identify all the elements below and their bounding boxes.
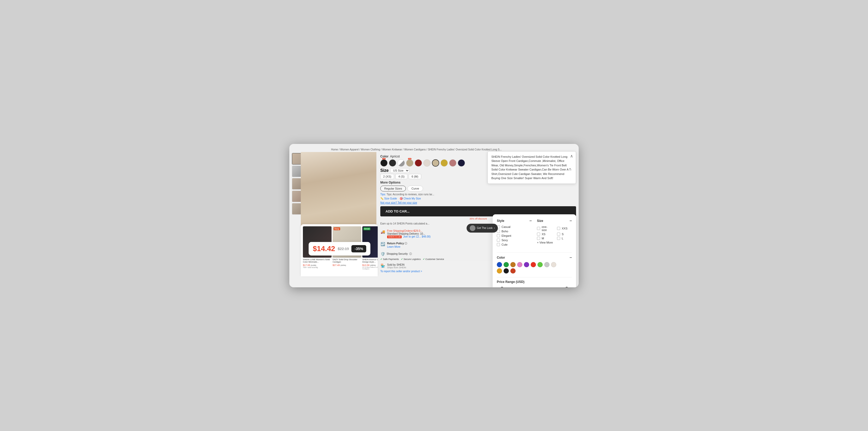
color-filter-dots-2 (497, 268, 572, 274)
rec-badge-3: Great (363, 227, 370, 230)
color-swatch-3[interactable] (398, 159, 405, 166)
color-dot-blue[interactable] (497, 262, 502, 267)
price-range-filter: Price Range (USD) $ 5 $ 1364 (497, 280, 572, 287)
size-unit-select[interactable]: US Size (390, 168, 409, 173)
style-regular-btn[interactable]: Regular Sizes (380, 186, 406, 191)
rec-badge-dazy: Dazy (334, 227, 340, 230)
style-curve-btn[interactable]: Curve (407, 186, 423, 191)
color-dot-burnt[interactable] (510, 268, 516, 274)
thumbnail-1[interactable] (292, 153, 301, 164)
style-filter-header: Style − (497, 218, 532, 223)
tooltip-close-icon[interactable]: ∧ (570, 153, 573, 159)
discount-badge: -35% (351, 245, 366, 252)
get-the-look-button[interactable]: Get The Look › (467, 224, 498, 233)
color-swatch-1[interactable]: Hot (380, 159, 388, 166)
color-filter-dots (497, 262, 572, 267)
not-your-size: Not your size? Tell me your size (380, 201, 576, 204)
security-icon: 🛡️ (380, 252, 385, 256)
rec-item-1-sold: 70K+ sold recently (303, 267, 332, 268)
color-dot-purple[interactable] (524, 262, 529, 267)
style-elegant[interactable]: Elegant (497, 234, 532, 237)
current-price: $14.42 (313, 245, 335, 253)
color-swatch-7[interactable] (432, 159, 439, 166)
rec-item-1-title: SHEIN LUNE Women's Solid Color Minimalis… (303, 258, 332, 263)
price-badge: $14.42 $22.19 -35% (309, 242, 370, 255)
learn-more-link[interactable]: Learn More (387, 245, 400, 248)
color-dot-lightgray[interactable] (551, 262, 556, 267)
size-xs[interactable]: XS (537, 233, 552, 236)
size-one-size[interactable]: one-size (537, 225, 552, 232)
view-more-sizes[interactable]: + View More (537, 241, 572, 244)
color-filter-header: Color − (497, 255, 572, 260)
color-value: Apricot (390, 155, 400, 158)
size-xxs[interactable]: XXS (557, 225, 572, 232)
size-tools: 📏 Size Guide 🎯 Check My Size (380, 197, 576, 200)
thumbnail-4[interactable] (292, 191, 301, 202)
customer-service: ✓ Customer Service (423, 258, 444, 260)
not-your-size-link[interactable]: Not your size? Tell me your size (380, 201, 417, 204)
color-dot-gray[interactable] (544, 262, 550, 267)
price-slider[interactable] (497, 286, 572, 287)
color-dot-green[interactable] (504, 262, 509, 267)
secure-logistics: ✓ Secure Logistics (401, 258, 421, 260)
color-swatch-8[interactable] (440, 159, 448, 166)
color-dot-gold[interactable] (497, 268, 502, 274)
color-filter: Color − (497, 255, 572, 274)
style-casual[interactable]: Casual (497, 225, 532, 228)
tips-text: Tips: Tips: According to reviews, size r… (380, 193, 576, 196)
color-dot-lightgreen[interactable] (537, 262, 543, 267)
color-swatch-5[interactable] (415, 159, 422, 166)
color-dot-black[interactable] (504, 268, 509, 274)
color-swatch-6[interactable] (423, 159, 431, 166)
thumbnail-5[interactable] (292, 203, 301, 215)
sold-by-icon: 🏪 (380, 263, 385, 268)
filter-divider-1 (497, 252, 572, 253)
size-guide-link[interactable]: 📏 Size Guide (380, 197, 397, 200)
color-dot-pink[interactable] (517, 262, 522, 267)
color-filter-toggle[interactable]: − (569, 255, 572, 260)
safe-payments: ✓ Safe Payments (380, 258, 399, 260)
color-swatch-2[interactable] (389, 159, 396, 166)
rec-item-2-title: DAZY Solid Drop Shoulder Cardigan (333, 258, 361, 263)
sold-by-text: Sold by SHEIN Ships from SHEIN (387, 263, 406, 269)
color-swatch-4[interactable]: Hot (406, 159, 413, 166)
color-dot-orange[interactable] (510, 262, 516, 267)
elegant-checkbox[interactable] (497, 234, 500, 237)
size-s[interactable]: 4 (S) (396, 174, 407, 179)
color-swatch-10[interactable] (458, 159, 465, 166)
tooltip-popup: ∧ SHEIN Frenchy Ladies' Oversized Solid … (488, 151, 576, 184)
get-the-look-avatar (470, 225, 475, 231)
shein-club-link[interactable]: Join to get 12... $48.00) (403, 235, 431, 238)
size-s[interactable]: S (557, 233, 572, 236)
style-sexy[interactable]: Sexy (497, 239, 532, 242)
sexy-checkbox[interactable] (497, 239, 500, 242)
style-cute[interactable]: Cute (497, 243, 532, 246)
style-filter-toggle[interactable]: − (529, 218, 532, 223)
thumbnail-3[interactable] (292, 178, 301, 190)
size-xs[interactable]: 2 (XS) (380, 174, 394, 179)
size-filter: Size − one-size XXS XS (537, 218, 572, 246)
size-m[interactable]: M (537, 237, 552, 240)
color-dot-red[interactable] (531, 262, 536, 267)
size-filter-toggle[interactable]: − (569, 218, 572, 223)
thumbnail-2[interactable] (292, 165, 301, 177)
size-filter-header: Size − (537, 218, 572, 223)
style-filter: Style − Casual Boho Elegant (497, 218, 532, 246)
size-m[interactable]: 6 (M) (409, 174, 421, 179)
color-swatch-9[interactable] (449, 159, 457, 166)
main-image-container: $14.42 $22.19 -35% SHEIN LUNE Women's So… (301, 152, 378, 276)
price-slider-min-handle[interactable] (500, 287, 504, 287)
style-buttons: Regular Sizes Curve (380, 186, 576, 191)
shipping-icon: 🚚 (380, 229, 385, 234)
size-l[interactable]: L (557, 237, 572, 240)
price-slider-max-handle[interactable] (565, 287, 568, 287)
check-my-size-link[interactable]: 🎯 Check My Size (400, 197, 421, 200)
hot-badge-1: Hot (382, 158, 385, 160)
original-price: $22.19 (338, 247, 349, 251)
hot-badge-4: Hot (408, 158, 411, 160)
price-range-label: Price Range (USD) (497, 280, 572, 284)
rec-item-1-price: $17.08 (1.08) (303, 264, 332, 267)
cute-checkbox[interactable] (497, 243, 500, 246)
rec-item-2-price: $27.49 (19%) (333, 264, 361, 267)
style-boho[interactable]: Boho (497, 230, 532, 233)
